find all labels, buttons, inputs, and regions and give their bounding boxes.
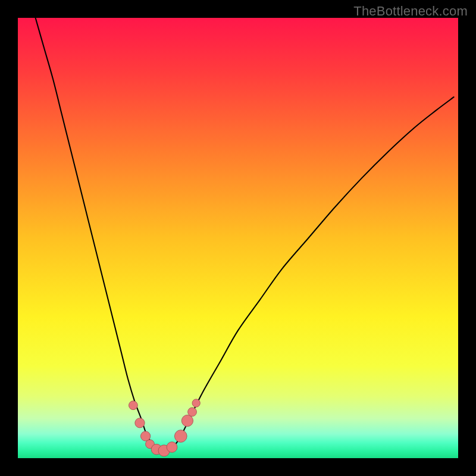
curve-marker bbox=[181, 415, 193, 426]
plot-area bbox=[18, 18, 458, 458]
watermark-text: TheBottleneck.com bbox=[353, 4, 468, 19]
bottleneck-curve bbox=[36, 18, 454, 451]
curve-marker bbox=[174, 430, 187, 443]
curve-marker bbox=[188, 408, 197, 416]
curve-marker bbox=[129, 401, 137, 410]
curve-marker bbox=[192, 399, 200, 407]
curve-marker bbox=[167, 442, 177, 453]
curve-layer bbox=[18, 18, 458, 458]
chart-frame: TheBottleneck.com bbox=[0, 0, 476, 476]
curve-markers bbox=[129, 399, 200, 456]
curve-marker bbox=[135, 418, 145, 428]
